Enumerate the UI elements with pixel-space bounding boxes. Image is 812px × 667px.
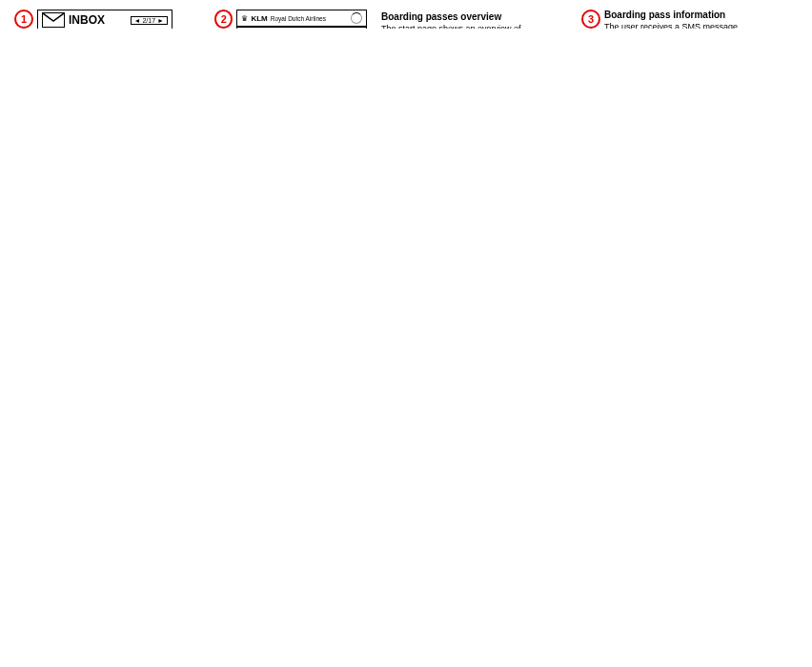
envelope-icon: [42, 12, 65, 28]
section-label: Boarding passes: [237, 27, 366, 29]
brand-sub: Royal Dutch Airlines: [271, 15, 326, 22]
overview-phone: ♛ KLM Royal Dutch Airlines Boarding pass…: [236, 10, 367, 29]
crown-icon: ♛: [241, 14, 248, 23]
spinner-icon: [351, 12, 362, 24]
sms-desc-title: Boarding pass information: [604, 10, 776, 20]
mms-phone: INBOX ◄ 2/17 ► FROM: KLM flight services…: [37, 10, 173, 29]
step-3-badge: 3: [581, 10, 600, 29]
inbox-title: INBOX: [69, 13, 105, 27]
step-2-badge: 2: [214, 10, 233, 29]
brand: KLM: [251, 14, 267, 23]
overview-desc-title: Boarding passes overview: [381, 11, 534, 22]
pager[interactable]: ◄ 2/17 ►: [131, 16, 169, 25]
sms-desc-body: The user receives a SMS message containi…: [604, 22, 776, 29]
overview-desc-body: The start page shows an overview of all …: [381, 24, 524, 29]
step-1-badge: 1: [14, 10, 33, 29]
